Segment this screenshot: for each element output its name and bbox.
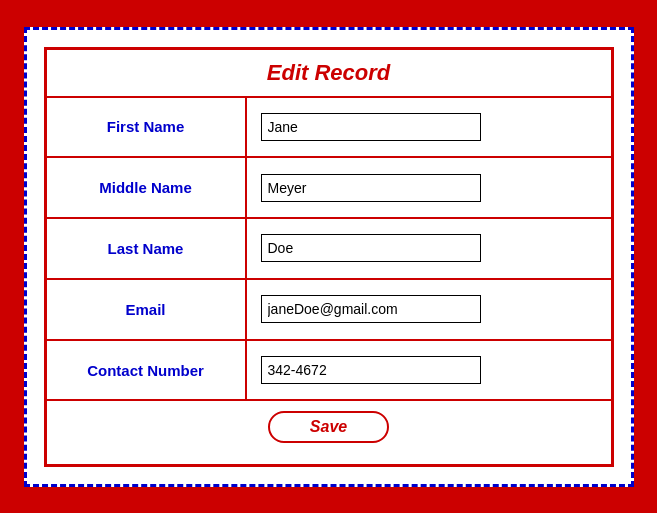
label-first-name: First Name: [107, 118, 185, 135]
save-button[interactable]: Save: [268, 411, 389, 443]
input-email[interactable]: [261, 295, 481, 323]
input-last-name[interactable]: [261, 234, 481, 262]
label-last-name: Last Name: [108, 240, 184, 257]
label-cell-email: Email: [47, 280, 247, 339]
form-row-last-name: Last Name: [47, 217, 611, 278]
label-cell-last-name: Last Name: [47, 219, 247, 278]
form-row-contact-number: Contact Number: [47, 339, 611, 400]
input-cell-last-name: [247, 219, 611, 278]
form-row-email: Email: [47, 278, 611, 339]
label-cell-first-name: First Name: [47, 98, 247, 157]
form-area: First NameMiddle NameLast NameEmailConta…: [47, 96, 611, 454]
input-contact-number[interactable]: [261, 356, 481, 384]
input-first-name[interactable]: [261, 113, 481, 141]
inner-container: Edit Record First NameMiddle NameLast Na…: [44, 47, 614, 467]
page-title: Edit Record: [267, 60, 390, 86]
label-contact-number: Contact Number: [87, 362, 204, 379]
form-row-middle-name: Middle Name: [47, 156, 611, 217]
input-cell-email: [247, 280, 611, 339]
form-row-first-name: First Name: [47, 96, 611, 157]
label-cell-contact-number: Contact Number: [47, 341, 247, 400]
label-email: Email: [125, 301, 165, 318]
label-cell-middle-name: Middle Name: [47, 158, 247, 217]
input-cell-contact-number: [247, 341, 611, 400]
outer-border: Edit Record First NameMiddle NameLast Na…: [24, 27, 634, 487]
label-middle-name: Middle Name: [99, 179, 192, 196]
save-row: Save: [47, 399, 611, 453]
input-middle-name[interactable]: [261, 174, 481, 202]
input-cell-middle-name: [247, 158, 611, 217]
input-cell-first-name: [247, 98, 611, 157]
